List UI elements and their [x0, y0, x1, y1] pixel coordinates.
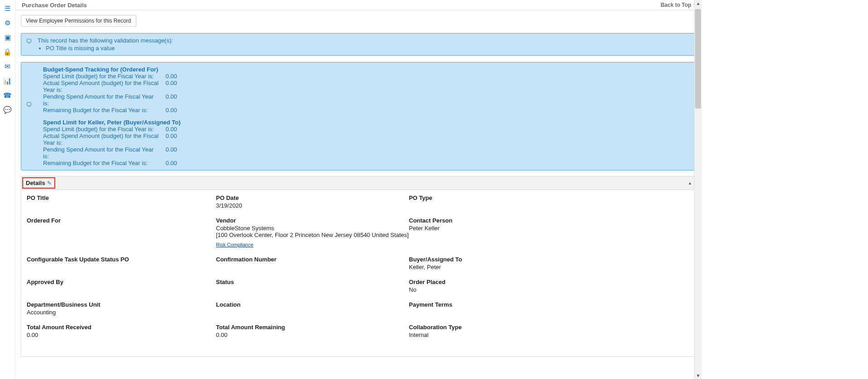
field-label-buyer: Buyer/Assigned To	[409, 256, 602, 263]
validation-list: PO Title is missing a value	[38, 45, 691, 52]
main-area: Purchase Order Details Back to Top ↑ Vie…	[15, 0, 702, 379]
field-label-contact: Contact Person	[409, 217, 602, 224]
view-permissions-button[interactable]: View Employee Permissions for this Recor…	[21, 15, 136, 27]
field-label-dept: Department/Business Unit	[27, 301, 216, 308]
field-label-payment-terms: Payment Terms	[409, 301, 602, 308]
details-header-label: Details	[26, 180, 45, 186]
field-label-collab: Collaboration Type	[409, 324, 602, 331]
budget-row-label: Spend Limit (budget) for the Fiscal Year…	[43, 73, 159, 80]
field-value-vendor-addr: [100 Overlook Center, Floor 2 Princeton …	[216, 232, 409, 238]
budget-row-value: 0.00	[159, 126, 177, 133]
field-value-dept: Accounting	[27, 309, 216, 316]
details-panel: PO Title PO Date 3/19/2020 PO Type	[21, 190, 696, 357]
info-icon: 🗨	[26, 101, 32, 108]
budget-row-label: Pending Spend Amount for the Fiscal Year…	[43, 146, 159, 160]
handset-icon[interactable]: ☎	[3, 91, 12, 99]
field-label-approved: Approved By	[27, 279, 216, 285]
budget-section-title: Budget-Spend Tracking for (Ordered For)	[38, 66, 691, 73]
vertical-scrollbar[interactable]: ▲ ▼	[694, 0, 702, 379]
scroll-thumb[interactable]	[695, 9, 701, 109]
field-value-total-remaining: 0.00	[216, 332, 409, 338]
field-value-contact: Peter Keller	[409, 225, 602, 232]
field-value-total-received: 0.00	[27, 332, 216, 338]
back-to-top-link[interactable]: Back to Top ↑	[661, 2, 695, 8]
chart-icon[interactable]: 📊	[3, 77, 12, 85]
menu-icon[interactable]: ☰	[5, 5, 10, 13]
field-label-confirmation: Confirmation Number	[216, 256, 409, 263]
validation-item: PO Title is missing a value	[46, 45, 691, 52]
chat-icon[interactable]: 💬	[3, 106, 12, 114]
budget-row-value: 0.00	[159, 146, 177, 160]
budget-section-buyer: Spend Limit for Keller, Peter (Buyer/Ass…	[38, 119, 691, 166]
budget-info-box: 🗨 Budget-Spend Tracking for (Ordered For…	[21, 62, 696, 171]
budget-row-value: 0.00	[159, 160, 177, 166]
scroll-up-arrow-icon[interactable]: ▲	[696, 0, 700, 7]
pencil-icon[interactable]: ✎	[47, 180, 52, 186]
budget-row-label: Actual Spend Amount (budget) for the Fis…	[43, 133, 159, 146]
budget-row-value: 0.00	[159, 80, 177, 93]
budget-section-title: Spend Limit for Keller, Peter (Buyer/Ass…	[38, 119, 691, 126]
info-icon: 🗨	[26, 38, 32, 45]
field-label-order-placed: Order Placed	[409, 279, 602, 285]
topbar: Purchase Order Details Back to Top ↑	[15, 0, 702, 10]
field-label-task-status: Configurable Task Update Status PO	[27, 256, 216, 263]
details-section-header[interactable]: Details ✎ ▴	[21, 176, 696, 190]
mail-icon[interactable]: ✉	[5, 62, 10, 71]
budget-row-value: 0.00	[159, 107, 177, 114]
content-area: View Employee Permissions for this Recor…	[15, 10, 702, 379]
budget-row-value: 0.00	[159, 93, 177, 107]
field-value-po-date: 3/19/2020	[216, 202, 409, 209]
budget-row-value: 0.00	[159, 133, 177, 146]
field-label-vendor: Vendor	[216, 217, 409, 224]
budget-row-value: 0.00	[159, 73, 177, 80]
budget-row-label: Spend Limit (budget) for the Fiscal Year…	[43, 126, 159, 133]
risk-compliance-link[interactable]: Risk Compliance	[216, 242, 254, 247]
field-label-po-title: PO Title	[27, 194, 216, 201]
budget-row-label: Pending Spend Amount for the Fiscal Year…	[43, 93, 159, 107]
document-icon[interactable]: ▣	[5, 33, 11, 42]
field-label-po-type: PO Type	[409, 194, 602, 201]
field-label-total-remaining: Total Amount Remaining	[216, 324, 409, 331]
scroll-down-arrow-icon[interactable]: ▼	[696, 372, 700, 379]
budget-section-ordered-for: Budget-Spend Tracking for (Ordered For) …	[38, 66, 691, 114]
validation-info-box: 🗨 This record has the following validati…	[21, 33, 696, 56]
field-value-buyer: Keller, Peter	[409, 264, 602, 270]
field-label-ordered-for: Ordered For	[27, 217, 216, 224]
budget-row-label: Remaining Budget for the Fiscal Year is:	[43, 160, 159, 166]
field-value-vendor-name: CobbleStone Systems	[216, 225, 409, 232]
validation-header: This record has the following validation…	[38, 37, 691, 44]
left-icon-sidebar: ☰ ⚙ ▣ 🔒 ✉ 📊 ☎ 💬	[0, 0, 15, 379]
gear-icon[interactable]: ⚙	[5, 19, 10, 27]
budget-row-label: Actual Spend Amount (budget) for the Fis…	[43, 80, 159, 93]
budget-row-label: Remaining Budget for the Fiscal Year is:	[43, 107, 159, 114]
field-label-total-received: Total Amount Received	[27, 324, 216, 331]
field-label-location: Location	[216, 301, 409, 308]
details-header-highlight: Details ✎	[22, 177, 55, 189]
field-value-collab: Internal	[409, 332, 602, 338]
page-title: Purchase Order Details	[22, 2, 87, 9]
field-value-order-placed: No	[409, 286, 602, 293]
lock-icon[interactable]: 🔒	[3, 48, 12, 56]
field-label-po-date: PO Date	[216, 194, 409, 201]
field-label-status: Status	[216, 279, 409, 285]
collapse-icon[interactable]: ▴	[689, 180, 691, 186]
